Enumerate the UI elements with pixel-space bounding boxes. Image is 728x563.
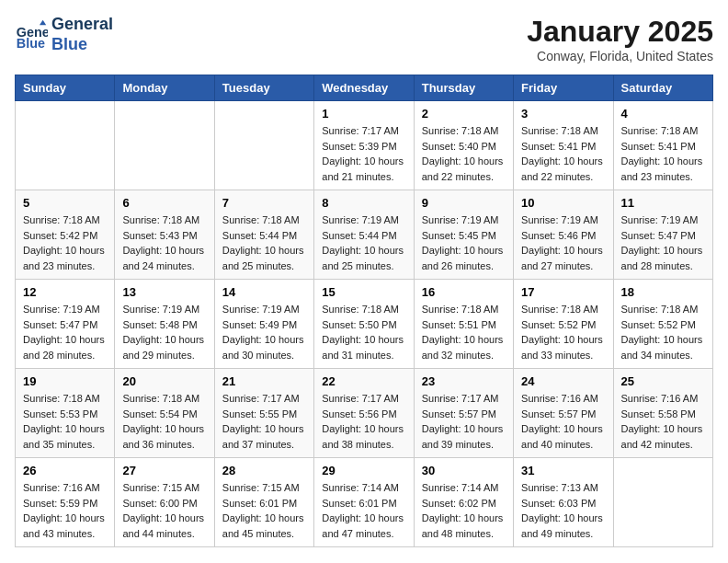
- day-cell: 17Sunrise: 7:18 AMSunset: 5:52 PMDayligh…: [514, 280, 613, 369]
- day-number: 19: [23, 374, 107, 388]
- day-cell: [613, 458, 712, 547]
- day-cell: 20Sunrise: 7:18 AMSunset: 5:54 PMDayligh…: [115, 369, 214, 458]
- week-row-3: 12Sunrise: 7:19 AMSunset: 5:47 PMDayligh…: [16, 280, 713, 369]
- day-number: 13: [122, 285, 206, 299]
- day-info: Sunrise: 7:13 AMSunset: 6:03 PMDaylight:…: [521, 480, 605, 541]
- day-info: Sunrise: 7:14 AMSunset: 6:02 PMDaylight:…: [422, 480, 506, 541]
- day-cell: 8Sunrise: 7:19 AMSunset: 5:44 PMDaylight…: [314, 190, 414, 280]
- day-info: Sunrise: 7:15 AMSunset: 6:01 PMDaylight:…: [222, 480, 306, 541]
- logo-line2: Blue: [51, 35, 113, 55]
- day-info: Sunrise: 7:16 AMSunset: 5:58 PMDaylight:…: [621, 391, 705, 452]
- day-number: 7: [222, 196, 306, 210]
- day-cell: 11Sunrise: 7:19 AMSunset: 5:47 PMDayligh…: [613, 190, 712, 280]
- day-number: 16: [422, 285, 506, 299]
- day-cell: 15Sunrise: 7:18 AMSunset: 5:50 PMDayligh…: [314, 280, 414, 369]
- day-info: Sunrise: 7:18 AMSunset: 5:50 PMDaylight:…: [322, 302, 405, 362]
- day-cell: 28Sunrise: 7:15 AMSunset: 6:01 PMDayligh…: [214, 458, 313, 547]
- day-cell: 9Sunrise: 7:19 AMSunset: 5:45 PMDaylight…: [414, 190, 513, 280]
- day-info: Sunrise: 7:19 AMSunset: 5:47 PMDaylight:…: [23, 302, 107, 362]
- day-number: 25: [621, 374, 705, 388]
- day-info: Sunrise: 7:18 AMSunset: 5:52 PMDaylight:…: [521, 302, 605, 362]
- day-number: 14: [222, 285, 306, 299]
- week-row-1: 1Sunrise: 7:17 AMSunset: 5:39 PMDaylight…: [16, 101, 713, 190]
- day-headers-row: SundayMondayTuesdayWednesdayThursdayFrid…: [16, 75, 713, 101]
- calendar-table: SundayMondayTuesdayWednesdayThursdayFrid…: [15, 75, 713, 547]
- day-info: Sunrise: 7:18 AMSunset: 5:54 PMDaylight:…: [122, 391, 206, 452]
- day-number: 23: [422, 374, 506, 388]
- day-info: Sunrise: 7:17 AMSunset: 5:57 PMDaylight:…: [422, 391, 506, 452]
- day-info: Sunrise: 7:18 AMSunset: 5:51 PMDaylight:…: [422, 302, 506, 362]
- day-cell: 29Sunrise: 7:14 AMSunset: 6:01 PMDayligh…: [314, 458, 414, 547]
- day-info: Sunrise: 7:18 AMSunset: 5:41 PMDaylight:…: [621, 123, 705, 184]
- day-cell: 6Sunrise: 7:18 AMSunset: 5:43 PMDaylight…: [115, 190, 214, 280]
- day-number: 10: [521, 196, 605, 210]
- day-number: 31: [521, 464, 605, 477]
- day-info: Sunrise: 7:16 AMSunset: 5:59 PMDaylight:…: [23, 480, 107, 541]
- day-cell: 13Sunrise: 7:19 AMSunset: 5:48 PMDayligh…: [115, 280, 214, 369]
- day-cell: [214, 101, 313, 190]
- day-header-tuesday: Tuesday: [214, 75, 313, 101]
- svg-marker-2: [40, 19, 46, 24]
- day-number: 6: [122, 196, 206, 210]
- day-number: 30: [422, 464, 506, 477]
- title-area: January 2025 Conway, Florida, United Sta…: [527, 15, 713, 63]
- day-number: 24: [521, 374, 605, 388]
- day-info: Sunrise: 7:18 AMSunset: 5:53 PMDaylight:…: [23, 391, 107, 452]
- week-row-2: 5Sunrise: 7:18 AMSunset: 5:42 PMDaylight…: [16, 190, 713, 280]
- day-number: 20: [122, 374, 206, 388]
- day-cell: 30Sunrise: 7:14 AMSunset: 6:02 PMDayligh…: [414, 458, 513, 547]
- day-info: Sunrise: 7:19 AMSunset: 5:49 PMDaylight:…: [222, 302, 306, 362]
- day-cell: 5Sunrise: 7:18 AMSunset: 5:42 PMDaylight…: [16, 190, 115, 280]
- day-info: Sunrise: 7:16 AMSunset: 5:57 PMDaylight:…: [521, 391, 605, 452]
- day-info: Sunrise: 7:14 AMSunset: 6:01 PMDaylight:…: [322, 480, 405, 541]
- day-info: Sunrise: 7:18 AMSunset: 5:43 PMDaylight:…: [122, 213, 206, 273]
- day-header-monday: Monday: [115, 75, 214, 101]
- day-cell: 14Sunrise: 7:19 AMSunset: 5:49 PMDayligh…: [214, 280, 313, 369]
- day-info: Sunrise: 7:19 AMSunset: 5:45 PMDaylight:…: [422, 213, 506, 273]
- day-cell: 25Sunrise: 7:16 AMSunset: 5:58 PMDayligh…: [613, 369, 712, 458]
- day-info: Sunrise: 7:18 AMSunset: 5:42 PMDaylight:…: [23, 213, 107, 273]
- day-info: Sunrise: 7:19 AMSunset: 5:47 PMDaylight:…: [621, 213, 705, 273]
- day-cell: 7Sunrise: 7:18 AMSunset: 5:44 PMDaylight…: [214, 190, 313, 280]
- day-cell: 4Sunrise: 7:18 AMSunset: 5:41 PMDaylight…: [613, 101, 712, 190]
- day-cell: 2Sunrise: 7:18 AMSunset: 5:40 PMDaylight…: [414, 101, 513, 190]
- day-info: Sunrise: 7:17 AMSunset: 5:39 PMDaylight:…: [322, 123, 405, 184]
- day-cell: 12Sunrise: 7:19 AMSunset: 5:47 PMDayligh…: [16, 280, 115, 369]
- day-number: 15: [322, 285, 405, 299]
- svg-text:Blue: Blue: [17, 36, 45, 51]
- day-number: 11: [621, 196, 705, 210]
- day-cell: 31Sunrise: 7:13 AMSunset: 6:03 PMDayligh…: [514, 458, 613, 547]
- month-title: January 2025: [527, 15, 713, 49]
- day-cell: [115, 101, 214, 190]
- day-cell: 19Sunrise: 7:18 AMSunset: 5:53 PMDayligh…: [16, 369, 115, 458]
- day-info: Sunrise: 7:17 AMSunset: 5:55 PMDaylight:…: [222, 391, 306, 452]
- day-header-saturday: Saturday: [613, 75, 712, 101]
- day-number: 18: [621, 285, 705, 299]
- day-info: Sunrise: 7:18 AMSunset: 5:44 PMDaylight:…: [222, 213, 306, 273]
- day-number: 3: [521, 107, 605, 121]
- day-number: 8: [322, 196, 405, 210]
- logo: General Blue General Blue: [15, 15, 113, 54]
- logo-icon: General Blue: [15, 18, 48, 52]
- day-number: 27: [122, 464, 206, 477]
- day-cell: [16, 101, 115, 190]
- day-cell: 27Sunrise: 7:15 AMSunset: 6:00 PMDayligh…: [115, 458, 214, 547]
- day-number: 17: [521, 285, 605, 299]
- day-number: 9: [422, 196, 506, 210]
- day-number: 26: [23, 464, 107, 477]
- week-row-4: 19Sunrise: 7:18 AMSunset: 5:53 PMDayligh…: [16, 369, 713, 458]
- day-number: 28: [222, 464, 306, 477]
- day-header-thursday: Thursday: [414, 75, 513, 101]
- day-info: Sunrise: 7:18 AMSunset: 5:52 PMDaylight:…: [621, 302, 705, 362]
- day-cell: 3Sunrise: 7:18 AMSunset: 5:41 PMDaylight…: [514, 101, 613, 190]
- logo-line1: General: [51, 15, 113, 35]
- day-info: Sunrise: 7:19 AMSunset: 5:48 PMDaylight:…: [122, 302, 206, 362]
- location: Conway, Florida, United States: [527, 49, 713, 63]
- day-cell: 1Sunrise: 7:17 AMSunset: 5:39 PMDaylight…: [314, 101, 414, 190]
- day-header-sunday: Sunday: [16, 75, 115, 101]
- day-number: 4: [621, 107, 705, 121]
- day-number: 5: [23, 196, 107, 210]
- day-info: Sunrise: 7:19 AMSunset: 5:46 PMDaylight:…: [521, 213, 605, 273]
- day-number: 2: [422, 107, 506, 121]
- day-cell: 10Sunrise: 7:19 AMSunset: 5:46 PMDayligh…: [514, 190, 613, 280]
